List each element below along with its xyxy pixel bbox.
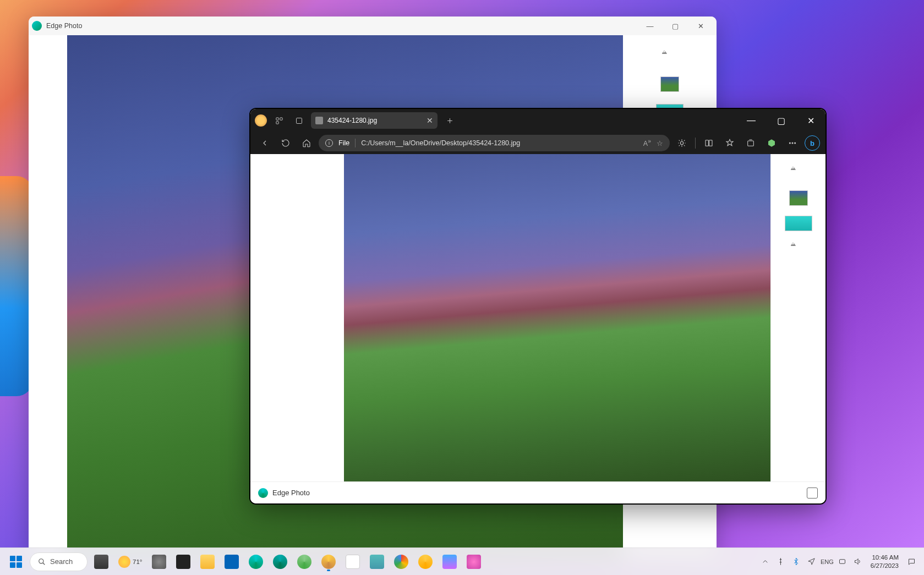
thumbnail-broken-1[interactable] (789, 165, 808, 180)
home-button[interactable] (298, 134, 315, 152)
browser-content (250, 154, 825, 481)
svg-rect-7 (748, 141, 754, 146)
thumbnail-3[interactable] (785, 216, 812, 231)
powertoys-app[interactable] (439, 551, 460, 572)
window-titlebar[interactable]: Edge Photo — ▢ ✕ (29, 17, 717, 35)
network-icon[interactable] (835, 551, 850, 572)
edge-beta-icon (273, 555, 287, 569)
browser-tab[interactable]: 435424-1280.jpg ✕ (311, 112, 438, 129)
thumbnail-2[interactable] (660, 76, 679, 92)
read-aloud-icon[interactable]: A» (643, 138, 651, 147)
tray-overflow-icon[interactable] (758, 551, 773, 572)
notepad-icon (370, 555, 384, 569)
tab-close-button[interactable]: ✕ (427, 116, 433, 125)
chrome-canary-icon (418, 555, 433, 569)
svg-rect-3 (296, 118, 302, 123)
paint-icon (467, 555, 481, 569)
browser-essentials-icon[interactable] (763, 134, 780, 152)
thumbnail-2[interactable] (789, 190, 808, 206)
new-tab-button[interactable] (442, 113, 457, 128)
browser-statusbar: Edge Photo (250, 481, 825, 503)
close-button[interactable]: ✕ (688, 17, 713, 35)
tab-actions-icon[interactable] (291, 113, 307, 128)
split-screen-icon[interactable] (700, 134, 718, 152)
volume-icon[interactable] (851, 551, 865, 572)
powertoys-icon (442, 555, 457, 569)
browser-toolbar: i File C:/Users/m__la/OneDrive/Desktop/4… (250, 132, 825, 154)
toolbar-divider (695, 138, 696, 149)
address-divider (355, 139, 356, 147)
content-left-gutter (250, 154, 344, 481)
task-view-button[interactable] (91, 551, 112, 572)
favorites-icon[interactable] (721, 134, 739, 152)
profile-avatar[interactable] (255, 114, 267, 127)
close-button[interactable]: ✕ (798, 109, 823, 132)
window-title: Edge Photo (46, 22, 637, 30)
settings-app[interactable] (149, 551, 170, 572)
thumbnail-broken-1[interactable] (660, 49, 679, 64)
chrome-canary-app[interactable] (415, 551, 436, 572)
snipping-icon (346, 555, 360, 569)
chrome-app[interactable] (391, 551, 412, 572)
minimize-button[interactable]: — (739, 109, 764, 132)
weather-icon (118, 556, 130, 568)
settings-more-icon[interactable] (784, 134, 801, 152)
address-scheme: File (338, 139, 349, 147)
usb-icon[interactable] (774, 551, 788, 572)
windows-logo-icon (10, 556, 22, 568)
maximize-button[interactable]: ▢ (663, 17, 688, 35)
image-display[interactable] (344, 154, 770, 481)
favorite-star-icon[interactable]: ☆ (657, 139, 663, 147)
svg-rect-12 (840, 560, 845, 564)
edge-dev-icon (297, 555, 311, 569)
collections-icon[interactable] (742, 134, 759, 152)
edge-browser-window: 435424-1280.jpg ✕ — ▢ ✕ i File C:/Users/… (250, 109, 825, 503)
minimize-button[interactable]: — (637, 17, 663, 35)
weather-temp: 71° (133, 558, 142, 565)
taskbar-clock[interactable]: 10:46 AM 6/27/2023 (866, 554, 903, 569)
weather-widget[interactable]: 71° (115, 556, 145, 568)
fit-to-screen-icon[interactable] (807, 488, 818, 499)
location-icon[interactable] (805, 551, 819, 572)
taskbar-search[interactable]: Search (30, 552, 88, 571)
workspaces-icon[interactable] (271, 113, 287, 128)
address-bar[interactable]: i File C:/Users/m__la/OneDrive/Desktop/4… (319, 135, 670, 151)
language-indicator[interactable]: ENG (820, 551, 834, 572)
taskbar-left: Search 71° (6, 551, 484, 572)
bing-chat-icon[interactable]: b (805, 135, 820, 151)
svg-point-8 (789, 143, 790, 144)
maximize-button[interactable]: ▢ (768, 109, 794, 132)
status-label: Edge Photo (272, 489, 802, 497)
terminal-app[interactable] (173, 551, 194, 572)
notifications-icon[interactable] (904, 551, 918, 572)
svg-rect-6 (709, 140, 712, 146)
paint-app[interactable] (463, 551, 484, 572)
taskbar: Search 71° ENG 10:46 AM 6/27/2023 (0, 547, 924, 575)
edge-canary-icon (321, 555, 336, 569)
file-explorer-app[interactable] (197, 551, 218, 572)
chrome-icon (394, 555, 408, 569)
address-path: C:/Users/m__la/OneDrive/Desktop/435424-1… (361, 139, 638, 147)
snipping-tool-app[interactable] (342, 551, 363, 572)
browser-titlebar[interactable]: 435424-1280.jpg ✕ — ▢ ✕ (250, 109, 825, 132)
extensions-icon[interactable] (673, 134, 691, 152)
edge-dev-app[interactable] (294, 551, 315, 572)
edge-beta-app[interactable] (270, 551, 291, 572)
svg-point-10 (795, 143, 796, 144)
outlook-app[interactable] (221, 551, 242, 572)
start-button[interactable] (6, 551, 26, 572)
edge-app[interactable] (245, 551, 266, 572)
edge-canary-app[interactable] (318, 551, 339, 572)
outlook-icon (225, 555, 239, 569)
notepad-app[interactable] (367, 551, 387, 572)
search-icon (38, 558, 46, 566)
refresh-button[interactable] (277, 134, 294, 152)
svg-point-11 (39, 558, 43, 563)
terminal-icon (176, 555, 190, 569)
tab-title: 435424-1280.jpg (327, 117, 422, 124)
bluetooth-icon[interactable] (789, 551, 803, 572)
site-info-icon[interactable]: i (325, 139, 333, 147)
thumbnail-broken-4[interactable] (789, 241, 808, 256)
back-button[interactable] (256, 134, 274, 152)
thumbnail-sidebar (770, 154, 825, 481)
